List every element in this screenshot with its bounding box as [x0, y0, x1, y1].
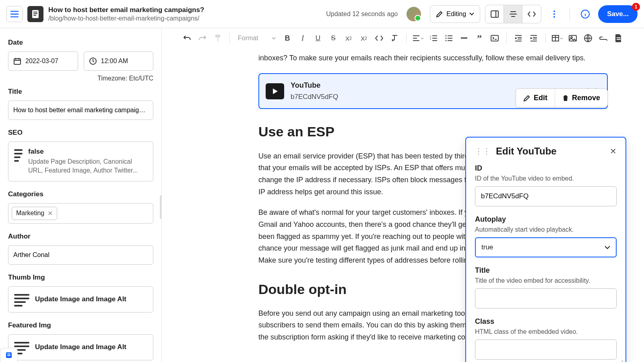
- clear-icon: [391, 35, 398, 42]
- chevron-down-icon: [272, 37, 276, 39]
- categories-label: Categories: [8, 190, 153, 198]
- seo-card[interactable]: false Update Page Description, Canonical…: [8, 142, 153, 181]
- play-icon: [266, 83, 284, 99]
- autoplay-select[interactable]: true: [475, 237, 617, 257]
- view-form-button[interactable]: [485, 5, 504, 23]
- close-panel-button[interactable]: ✕: [610, 146, 617, 156]
- edit-embed-button[interactable]: Edit: [516, 89, 555, 107]
- remove-embed-button[interactable]: Remove: [555, 89, 607, 107]
- bold-button[interactable]: B: [281, 31, 294, 45]
- minus-icon: [461, 37, 467, 39]
- page-slug: /blog/how-to-host-better-email-marketing…: [48, 15, 321, 22]
- pencil-icon: [523, 95, 530, 102]
- page-title: How to host better email marketing campa…: [48, 6, 321, 14]
- codeblock-button[interactable]: [488, 31, 502, 45]
- seo-card-desc: Update Page Description, Canonical URL, …: [28, 157, 147, 175]
- svg-rect-2: [33, 13, 37, 14]
- date-input[interactable]: 2022-03-07: [8, 51, 78, 71]
- paint-icon: [214, 34, 221, 42]
- seo-card-title: false: [28, 148, 147, 156]
- object-icon: [14, 292, 29, 306]
- svg-rect-9: [14, 59, 21, 64]
- autoplay-label: Autoplay: [475, 215, 617, 224]
- resize-handle-icon[interactable]: [617, 360, 623, 362]
- view-code-button[interactable]: [522, 5, 541, 23]
- editing-mode-button[interactable]: Editing: [430, 5, 480, 23]
- drag-handle-icon[interactable]: ⋮⋮: [475, 147, 491, 156]
- updated-text: Updated 12 seconds ago: [326, 10, 398, 18]
- featured-card[interactable]: Update Image and Image Alt: [8, 334, 153, 360]
- ol-icon: 12: [430, 35, 437, 41]
- code-icon: [527, 11, 536, 17]
- svg-point-15: [446, 40, 447, 41]
- remove-tag-icon[interactable]: ✕: [47, 210, 53, 217]
- panel-title: Edit YouTube: [496, 146, 605, 157]
- underline-button[interactable]: U: [311, 31, 325, 45]
- title-hint: Title of the video embed for accessibili…: [475, 277, 617, 284]
- trash-icon: [562, 95, 569, 102]
- object-icon: [14, 148, 23, 162]
- svg-rect-17: [491, 35, 498, 41]
- table-button[interactable]: [551, 31, 564, 45]
- featured-label: Featured Img: [8, 321, 153, 329]
- title-input[interactable]: [475, 288, 617, 309]
- metadata-sidebar: Date 2022-03-07 12:00 AM Timezone: Etc/U…: [0, 28, 162, 362]
- globe-button[interactable]: [581, 31, 595, 45]
- image-button[interactable]: [566, 31, 580, 45]
- italic-button[interactable]: I: [296, 31, 310, 45]
- title-input[interactable]: [8, 101, 153, 120]
- svg-rect-16: [461, 37, 467, 39]
- unordered-list-button[interactable]: [442, 31, 456, 45]
- svg-rect-1: [33, 12, 37, 12]
- class-hint: HTML class of the embedded video.: [475, 328, 617, 335]
- strike-button[interactable]: S: [326, 31, 340, 45]
- info-button[interactable]: [577, 6, 593, 22]
- paint-format-button[interactable]: [211, 31, 225, 45]
- edit-youtube-panel: ⋮⋮ Edit YouTube ✕ ID ID of the YouTube v…: [465, 137, 626, 362]
- date-label: Date: [8, 39, 153, 47]
- categories-input[interactable]: Marketing ✕: [8, 203, 153, 224]
- embed-action-bar: Edit Remove: [516, 88, 608, 107]
- class-label: Class: [475, 317, 617, 326]
- svg-text:2: 2: [430, 37, 431, 40]
- chevron-down-icon: [605, 246, 610, 249]
- undo-button[interactable]: [180, 31, 194, 45]
- code-button[interactable]: [372, 31, 386, 45]
- view-mode-segments: [485, 5, 541, 23]
- id-input[interactable]: [475, 186, 617, 206]
- author-input[interactable]: [8, 245, 153, 265]
- chevron-down-icon: [560, 37, 563, 39]
- code-icon: [375, 35, 383, 41]
- save-badge: 1: [632, 3, 640, 11]
- svg-rect-22: [617, 37, 621, 38]
- ordered-list-button[interactable]: 12: [427, 31, 440, 45]
- table-icon: [552, 35, 559, 41]
- thumb-card[interactable]: Update Image and Image Alt: [8, 286, 153, 313]
- redo-button[interactable]: [196, 31, 209, 45]
- undo-icon: [183, 35, 191, 41]
- view-split-button[interactable]: [504, 5, 522, 23]
- avatar[interactable]: [407, 7, 421, 21]
- quote-button[interactable]: ”: [473, 31, 486, 45]
- svg-rect-23: [617, 39, 621, 40]
- time-input[interactable]: 12:00 AM: [84, 51, 154, 71]
- class-input[interactable]: [475, 339, 617, 360]
- autoplay-hint: Automatically start video playback.: [475, 226, 617, 233]
- paragraph: inboxes? To make sure your emails reach …: [258, 52, 608, 64]
- align-button[interactable]: [411, 31, 425, 45]
- clear-format-button[interactable]: [388, 31, 401, 45]
- indent-button[interactable]: [527, 31, 541, 45]
- hr-button[interactable]: [457, 31, 471, 45]
- superscript-button[interactable]: X2: [357, 31, 371, 45]
- subscript-button[interactable]: X2: [342, 31, 355, 45]
- outdent-button[interactable]: [512, 31, 525, 45]
- align-icon: [413, 35, 420, 41]
- bottom-tab[interactable]: [0, 348, 18, 362]
- author-label: Author: [8, 232, 153, 241]
- menu-button[interactable]: [6, 6, 23, 22]
- save-button[interactable]: Save... 1: [598, 5, 638, 23]
- link-button[interactable]: [597, 31, 610, 45]
- more-button[interactable]: [546, 6, 562, 22]
- doc-button[interactable]: [612, 31, 625, 45]
- format-select[interactable]: Format: [235, 35, 279, 42]
